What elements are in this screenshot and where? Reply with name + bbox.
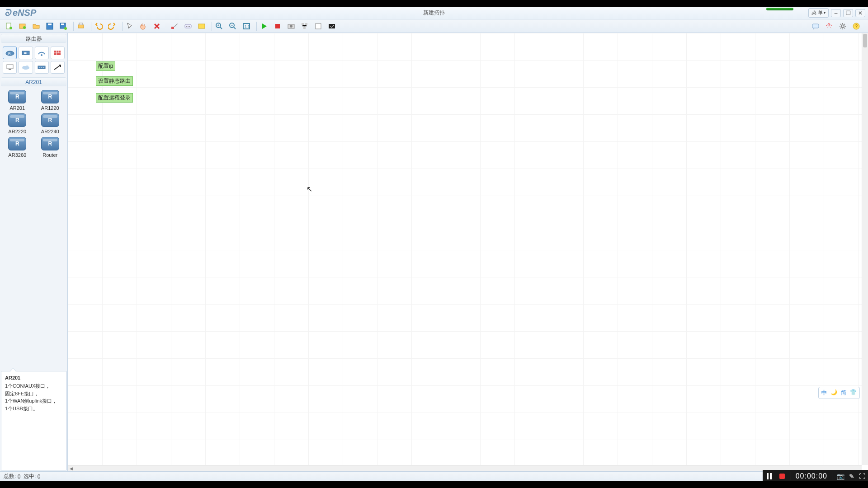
category-router[interactable]: R bbox=[3, 47, 17, 59]
svg-point-15 bbox=[189, 26, 190, 27]
save-as-button[interactable] bbox=[58, 21, 69, 32]
main-toolbar: 1:1 ? bbox=[0, 19, 868, 33]
svg-point-37 bbox=[41, 54, 42, 56]
help-button[interactable]: ? bbox=[851, 21, 862, 32]
recorder-time: 00:00:00 bbox=[796, 472, 827, 480]
logo-text: eNSP bbox=[13, 8, 36, 18]
brush-button[interactable] bbox=[169, 21, 180, 32]
left-panel: 路由器 R ⇄ AR201 RAR201 RAR1220 RAR2220 RAR… bbox=[0, 33, 68, 471]
screen-recorder-bar[interactable]: 00:00:00 📷 ✎ ⛶ bbox=[763, 470, 868, 483]
close-button[interactable]: ✕ bbox=[855, 9, 865, 17]
topology-canvas[interactable]: 配置ip 设置静态路由 配置远程登录 ↖ bbox=[68, 33, 862, 465]
pan-tool-button[interactable] bbox=[138, 21, 149, 32]
print-button[interactable] bbox=[75, 21, 86, 32]
palette-button[interactable] bbox=[196, 21, 207, 32]
recorder-pen-icon[interactable]: ✎ bbox=[849, 473, 854, 480]
stop-button[interactable] bbox=[272, 21, 283, 32]
screenshot-button[interactable] bbox=[326, 21, 337, 32]
device-ar3260[interactable]: RAR3260 bbox=[3, 137, 32, 158]
horizontal-scrollbar[interactable]: ◀ bbox=[68, 465, 862, 471]
ime-moon-icon[interactable]: 🌙 bbox=[830, 389, 837, 397]
save-button[interactable] bbox=[44, 21, 55, 32]
svg-rect-9 bbox=[78, 25, 84, 28]
category-switch[interactable]: ⇄ bbox=[19, 47, 33, 59]
main-area: 路由器 R ⇄ AR201 RAR201 RAR1220 RAR2220 RAR… bbox=[0, 33, 868, 471]
ime-simplified[interactable]: 简 bbox=[841, 389, 846, 397]
device-ar2220[interactable]: RAR2220 bbox=[3, 113, 32, 134]
recorder-pause-button[interactable] bbox=[765, 472, 774, 480]
device-ar201[interactable]: RAR201 bbox=[3, 90, 32, 111]
svg-rect-16 bbox=[198, 24, 205, 28]
recorder-expand-icon[interactable]: ⛶ bbox=[859, 473, 865, 480]
device-router[interactable]: RRouter bbox=[36, 137, 65, 158]
svg-point-3 bbox=[23, 26, 26, 29]
category-link[interactable] bbox=[51, 61, 65, 74]
device-grid: RAR201 RAR1220 RAR2220 RAR2240 RAR3260 R… bbox=[0, 87, 67, 160]
vertical-scrollbar[interactable] bbox=[862, 33, 868, 465]
canvas-note-2[interactable]: 设置静态路由 bbox=[96, 76, 133, 86]
select-tool-button[interactable] bbox=[124, 21, 135, 32]
status-total-value: 0 bbox=[18, 474, 21, 480]
svg-text:1:1: 1:1 bbox=[245, 24, 250, 28]
zoom-out-button[interactable] bbox=[227, 21, 238, 32]
grid-toggle-button[interactable] bbox=[313, 21, 324, 32]
layout-button[interactable] bbox=[299, 21, 310, 32]
app-window: ᘐ eNSP 新建拓扑 菜 单▾ – ❐ ✕ bbox=[0, 7, 868, 481]
new-project-button[interactable] bbox=[17, 21, 28, 32]
category-firewall[interactable] bbox=[51, 47, 65, 59]
device-header: AR201 bbox=[1, 77, 66, 86]
canvas-area[interactable]: 配置ip 设置静态路由 配置远程登录 ↖ ◀ 中 🌙 简 👕 bbox=[68, 33, 868, 471]
svg-point-8 bbox=[64, 27, 67, 30]
menu-button[interactable]: 菜 单▾ bbox=[808, 8, 829, 18]
zoom-in-button[interactable] bbox=[214, 21, 225, 32]
window-title: 新建拓扑 bbox=[423, 9, 445, 17]
svg-rect-24 bbox=[302, 23, 304, 25]
device-ar2240[interactable]: RAR2240 bbox=[36, 113, 65, 134]
logo-mark-icon: ᘐ bbox=[5, 8, 11, 18]
minimize-button[interactable]: – bbox=[831, 9, 841, 17]
svg-text:⇄: ⇄ bbox=[24, 52, 27, 55]
svg-rect-25 bbox=[305, 23, 307, 25]
zoom-fit-button[interactable]: 1:1 bbox=[241, 21, 252, 32]
status-bar: 总数: 0 选中: 0 获取帮助与反馈 bbox=[0, 471, 868, 481]
ime-toolbar[interactable]: 中 🌙 简 👕 bbox=[818, 387, 860, 399]
svg-point-30 bbox=[841, 25, 844, 28]
start-button[interactable] bbox=[259, 21, 269, 32]
device-info-panel: AR201 1个CON/AUX接口， 固定8FE接口， 1个WAN侧uplink… bbox=[1, 371, 66, 470]
text-button[interactable] bbox=[183, 21, 193, 32]
message-button[interactable] bbox=[810, 21, 821, 32]
svg-rect-40 bbox=[9, 69, 11, 70]
ime-skin-icon[interactable]: 👕 bbox=[850, 389, 857, 397]
redo-button[interactable] bbox=[107, 21, 118, 32]
category-pc[interactable] bbox=[3, 61, 17, 74]
capture-button[interactable] bbox=[286, 21, 297, 32]
category-wlan[interactable] bbox=[35, 47, 49, 59]
device-ar1220[interactable]: RAR1220 bbox=[36, 90, 65, 111]
svg-rect-29 bbox=[812, 24, 819, 28]
status-total-label: 总数: bbox=[4, 473, 16, 480]
app-logo: ᘐ eNSP bbox=[5, 8, 36, 18]
delete-button[interactable] bbox=[151, 21, 162, 32]
canvas-note-3[interactable]: 配置远程登录 bbox=[96, 93, 133, 103]
svg-text:?: ? bbox=[855, 24, 858, 29]
svg-rect-27 bbox=[316, 23, 321, 29]
category-hub[interactable] bbox=[35, 61, 49, 74]
progress-indicator bbox=[766, 8, 793, 10]
huawei-logo-icon[interactable] bbox=[824, 21, 835, 32]
recorder-stop-button[interactable] bbox=[778, 472, 786, 480]
info-title: AR201 bbox=[5, 375, 62, 380]
canvas-note-1[interactable]: 配置ip bbox=[96, 61, 115, 71]
open-button[interactable] bbox=[31, 21, 42, 32]
svg-rect-11 bbox=[171, 27, 174, 29]
category-cloud[interactable] bbox=[19, 61, 33, 74]
titlebar: ᘐ eNSP 新建拓扑 菜 单▾ – ❐ ✕ bbox=[0, 7, 868, 19]
restore-button[interactable]: ❐ bbox=[843, 9, 853, 17]
settings-button[interactable] bbox=[837, 21, 848, 32]
new-topology-button[interactable] bbox=[4, 21, 14, 32]
category-header: 路由器 bbox=[1, 34, 66, 43]
cursor-icon: ↖ bbox=[307, 185, 312, 193]
ime-mode[interactable]: 中 bbox=[821, 389, 827, 397]
status-selected-value: 0 bbox=[38, 474, 41, 480]
recorder-camera-icon[interactable]: 📷 bbox=[837, 473, 844, 480]
undo-button[interactable] bbox=[93, 21, 104, 32]
